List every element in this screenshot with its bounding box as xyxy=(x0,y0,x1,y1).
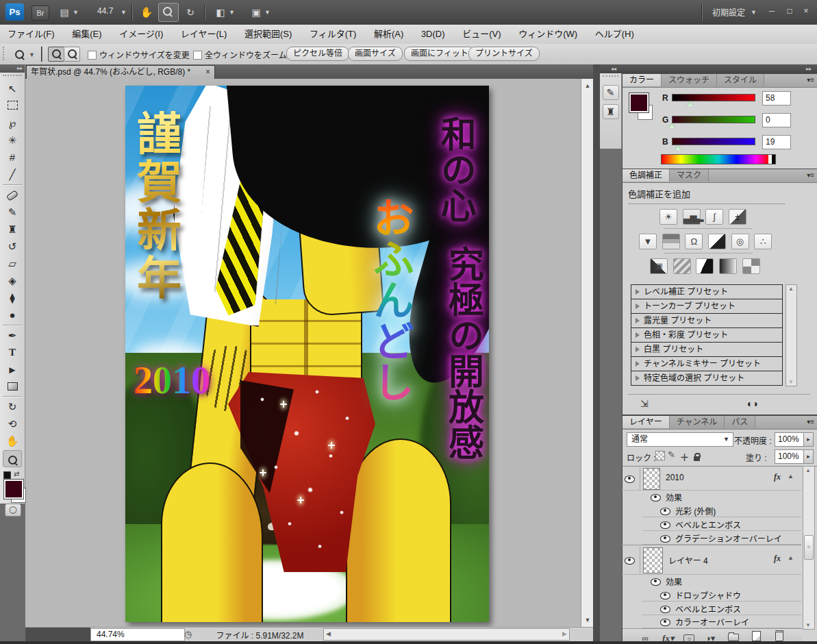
screen-mode-dropdown[interactable]: ▼ xyxy=(264,9,271,16)
exposure-icon[interactable]: ± xyxy=(729,209,746,225)
fx-badge[interactable]: fx xyxy=(774,554,781,564)
expand-arrow-icon[interactable] xyxy=(636,375,640,381)
default-colors-icon[interactable] xyxy=(3,471,11,479)
view-extras-icon[interactable]: ▤ xyxy=(56,5,73,20)
checkbox-box[interactable] xyxy=(88,51,97,60)
panel-menu-icon[interactable]: ▾≡ xyxy=(807,171,814,179)
layer-row-2010[interactable]: 2010 fx ▲ xyxy=(622,467,801,491)
levels-icon[interactable]: ▁▅▂ xyxy=(683,209,701,225)
vibrance-icon[interactable]: ▼ xyxy=(639,234,657,249)
preset-exposure[interactable]: 露光量 プリセット xyxy=(631,314,783,328)
3d-rotate-tool[interactable]: ↻ xyxy=(3,399,21,414)
pen-tool[interactable]: ✒ xyxy=(3,327,21,343)
layer-row-layer4[interactable]: レイヤー 4 fx ▲ xyxy=(622,545,801,575)
tab-adjustments[interactable]: 色調補正 xyxy=(623,169,670,182)
layers-scrollbar[interactable]: ▲ ≡ ▼ xyxy=(803,466,815,630)
panel-menu-icon[interactable]: ▾≡ xyxy=(807,418,814,425)
green-slider[interactable] xyxy=(672,116,755,123)
foreground-color-swatch[interactable] xyxy=(4,480,23,499)
layer-thumbnail[interactable] xyxy=(643,547,663,573)
tab-swatches[interactable]: スウォッチ xyxy=(662,74,717,86)
maximize-button[interactable]: □ xyxy=(781,5,799,18)
workspace-selector[interactable]: 初期設定 xyxy=(712,6,745,18)
visibility-eye-icon[interactable] xyxy=(625,474,635,484)
tab-channels[interactable]: チャンネル xyxy=(670,416,725,428)
document-tab[interactable]: 年賀状.psd @ 44.7% (おふんどし, RGB/8) * × xyxy=(26,65,215,79)
expanded-view-icon[interactable]: ⇲ xyxy=(640,398,649,409)
scroll-up-arrow[interactable]: ▲ xyxy=(805,467,811,473)
new-layer-icon[interactable] xyxy=(749,631,764,642)
blue-slider-thumb[interactable] xyxy=(675,145,681,150)
menu-file[interactable]: ファイル(F) xyxy=(0,25,62,44)
effects-header-row[interactable]: 効果 xyxy=(622,574,801,587)
color-balance-icon[interactable]: Ω xyxy=(685,234,703,249)
rotate-view-icon[interactable]: ↻ xyxy=(182,5,199,20)
actual-pixels-button[interactable]: ピクセル等倍 xyxy=(286,47,349,61)
marquee-tool[interactable] xyxy=(3,98,21,114)
preset-channel-mixer[interactable]: チャンネルミキサー プリセット xyxy=(631,357,783,371)
fill-spinner[interactable]: ▸ xyxy=(803,449,814,464)
lock-transparent-icon[interactable] xyxy=(655,451,665,460)
screen-size-button[interactable]: 画面サイズ xyxy=(348,47,403,61)
visibility-eye-icon[interactable] xyxy=(651,577,661,586)
preset-curves[interactable]: トーンカーブ プリセット xyxy=(631,299,783,314)
fx-badge[interactable]: fx xyxy=(774,472,781,482)
effect-row-drop-shadow[interactable]: ドロップシャドウ xyxy=(642,588,801,602)
fill-field[interactable]: 100% xyxy=(775,449,806,464)
preset-black-white[interactable]: 白黒 プリセット xyxy=(631,343,783,357)
expand-arrow-icon[interactable] xyxy=(636,304,640,309)
tab-color[interactable]: カラー xyxy=(623,74,662,86)
photo-filter-icon[interactable]: ◎ xyxy=(731,234,749,249)
blend-mode-select[interactable]: 通常▼ xyxy=(627,432,733,447)
arrange-documents-dropdown[interactable]: ▼ xyxy=(229,9,235,16)
clip-to-layer-icon[interactable]: ◐◗ xyxy=(747,398,759,409)
tab-paths[interactable]: パス xyxy=(725,416,755,428)
document-close-icon[interactable]: × xyxy=(205,66,210,79)
blue-slider[interactable] xyxy=(672,138,755,145)
menu-filter[interactable]: フィルタ(T) xyxy=(302,25,364,44)
close-button[interactable]: × xyxy=(797,5,815,18)
scroll-down-arrow[interactable]: ▼ xyxy=(581,615,594,626)
zoom-tool[interactable] xyxy=(3,450,22,467)
blur-tool[interactable]: ⧫ xyxy=(3,290,21,306)
selective-color-icon[interactable] xyxy=(742,258,760,274)
menu-analysis[interactable]: 解析(A) xyxy=(366,25,411,44)
zoom-out-button[interactable] xyxy=(64,47,80,62)
effect-row-bevel-emboss[interactable]: ベベルとエンボス xyxy=(642,602,801,615)
history-brush-tool[interactable]: ↺ xyxy=(3,238,21,254)
path-selection-tool[interactable]: ► xyxy=(3,362,21,377)
black-white-icon[interactable] xyxy=(708,234,726,249)
visibility-eye-icon[interactable] xyxy=(660,591,670,600)
expand-arrow-icon[interactable] xyxy=(636,318,640,323)
visibility-eye-icon[interactable] xyxy=(651,493,661,502)
scroll-right-arrow[interactable]: ▶ xyxy=(562,630,567,637)
brush-tool[interactable]: ✎ xyxy=(3,204,21,220)
hue-saturation-icon[interactable] xyxy=(662,234,680,249)
workspace-dropdown[interactable]: ▼ xyxy=(751,9,757,16)
dock-collapse-right-icon[interactable]: ▸▸ xyxy=(806,64,812,73)
3d-orbit-tool[interactable]: ⟲ xyxy=(3,416,21,432)
menu-image[interactable]: イメージ(I) xyxy=(112,25,171,44)
lock-all-icon[interactable] xyxy=(694,453,700,463)
color-spectrum-ramp[interactable] xyxy=(661,154,776,164)
visibility-eye-icon[interactable] xyxy=(660,534,670,543)
resize-windows-checkbox[interactable]: ウィンドウサイズを変更 xyxy=(88,49,190,60)
visibility-eye-icon[interactable] xyxy=(660,617,670,627)
blue-value-field[interactable]: 19 xyxy=(762,135,791,149)
hand-tool[interactable]: ✋ xyxy=(3,433,21,449)
canvas-area[interactable]: 謹賀新年 2010 おふんどし 和の心 究極の開放感 xyxy=(25,79,581,627)
preset-selective-color[interactable]: 特定色域の選択 プリセット xyxy=(631,371,783,386)
canvas-artwork[interactable]: 謹賀新年 2010 おふんどし 和の心 究極の開放感 xyxy=(125,86,489,622)
effect-row-color-overlay[interactable]: カラーオーバーレイ xyxy=(642,615,801,628)
collapse-effects-arrow[interactable]: ▲ xyxy=(788,473,794,480)
menu-edit[interactable]: 編集(E) xyxy=(64,25,109,44)
layer-name[interactable]: 2010 xyxy=(666,473,684,482)
paint-bucket-tool[interactable]: ◈ xyxy=(3,273,21,288)
preset-levels[interactable]: レベル補正 プリセット xyxy=(631,284,783,299)
brushes-panel-icon[interactable]: ✎ xyxy=(603,85,619,100)
effect-row-bevel-emboss[interactable]: ベベルとエンボス xyxy=(642,517,801,531)
zoom-level-dropdown[interactable]: ▼ xyxy=(121,9,127,16)
threshold-icon[interactable] xyxy=(696,258,714,274)
eyedropper-tool[interactable]: ╱ xyxy=(3,166,21,182)
curves-icon[interactable]: ∫ xyxy=(705,209,723,225)
